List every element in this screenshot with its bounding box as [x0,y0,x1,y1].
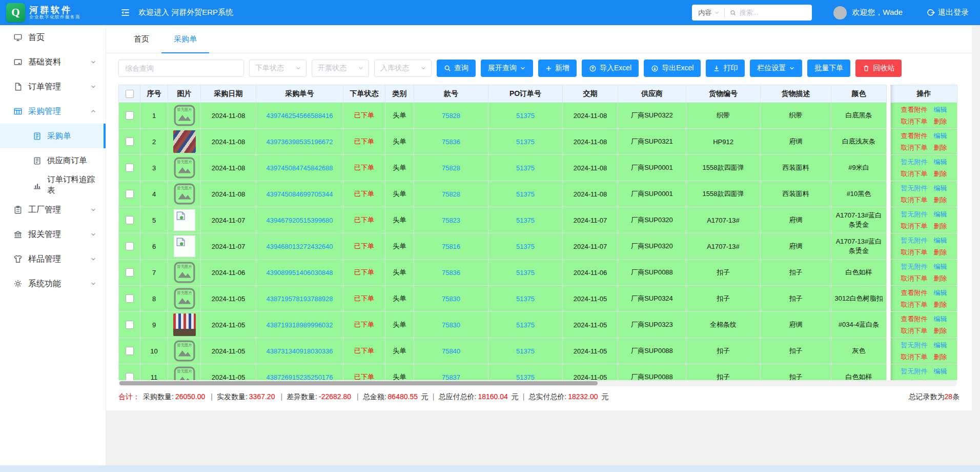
edit-link[interactable]: 编辑 [934,158,947,167]
新增-button[interactable]: 新增 [538,60,577,77]
style-no-link[interactable]: 75840 [442,347,460,355]
edit-link[interactable]: 编辑 [934,210,947,219]
order-no-link[interactable]: 439746254566588416 [266,112,333,120]
filter-select-入库状态[interactable]: 入库状态 [374,60,432,77]
order-no-link[interactable]: 438719578193788928 [266,295,333,303]
view-attachment-link[interactable]: 查看附件 [901,105,928,114]
导出Excel-button[interactable]: 导出Excel [644,60,701,77]
tab-采购单[interactable]: 采购单 [161,25,209,53]
no-attachment-link[interactable]: 暂无附件 [901,184,928,193]
no-image-placeholder-icon[interactable]: 暂无图片 [173,156,196,179]
search-input[interactable] [740,9,807,16]
row-checkbox[interactable] [126,347,134,355]
po-no-link[interactable]: 51375 [516,269,535,277]
回收站-button[interactable]: 回收站 [855,60,902,77]
filter-select-开票状态[interactable]: 开票状态 [312,60,369,77]
cancel-order-link[interactable]: 取消下单 [901,274,928,283]
product-photo[interactable] [173,130,196,153]
no-attachment-link[interactable]: 暂无附件 [901,262,928,271]
sidebar-item-首页[interactable]: 首页 [0,25,106,50]
cancel-order-link[interactable]: 取消下单 [901,326,928,336]
sidebar-item-报关管理[interactable]: 报关管理 [0,222,106,247]
no-image-placeholder-icon[interactable]: 暂无图片 [173,183,196,205]
broken-image-icon[interactable] [173,209,196,231]
avatar[interactable] [833,6,847,19]
cancel-order-link[interactable]: 取消下单 [901,169,928,179]
sidebar-subitem-订单订料追踪表[interactable]: 订单订料追踪表 [0,173,106,198]
order-no-link[interactable]: 438726915235250176 [266,373,333,381]
po-no-link[interactable]: 51375 [516,295,535,303]
cancel-order-link[interactable]: 取消下单 [901,352,928,362]
delete-link[interactable]: 删除 [934,195,947,205]
no-attachment-link[interactable]: 暂无附件 [901,210,928,219]
edit-link[interactable]: 编辑 [934,262,947,271]
delete-link[interactable]: 删除 [934,300,947,309]
row-checkbox[interactable] [126,216,134,224]
order-no-link[interactable]: 439745084699705344 [266,190,333,198]
view-attachment-link[interactable]: 查看附件 [901,314,928,324]
delete-link[interactable]: 删除 [934,326,947,336]
po-no-link[interactable]: 51375 [516,347,535,355]
edit-link[interactable]: 编辑 [934,184,947,193]
po-no-link[interactable]: 51375 [516,190,535,198]
row-checkbox[interactable] [126,190,134,198]
edit-link[interactable]: 编辑 [934,314,947,324]
sidebar-item-系统功能[interactable]: 系统功能 [0,271,106,296]
delete-link[interactable]: 删除 [934,222,947,231]
cancel-order-link[interactable]: 取消下单 [901,248,928,257]
order-no-link[interactable]: 439745084745842688 [266,164,333,172]
po-no-link[interactable]: 51375 [516,217,535,224]
order-no-link[interactable]: 438731340918030336 [266,347,333,355]
select-all-checkbox[interactable] [126,90,134,98]
no-image-placeholder-icon[interactable]: 暂无图片 [173,340,196,362]
horizontal-scrollbar[interactable] [118,380,957,386]
order-no-link[interactable]: 439736398535196672 [266,138,333,146]
no-image-placeholder-icon[interactable]: 暂无图片 [173,104,196,127]
栏位设置-button[interactable]: 栏位设置 [750,60,802,77]
展开查询-button[interactable]: 展开查询 [481,60,533,77]
style-no-link[interactable]: 75828 [442,164,460,172]
order-no-link[interactable]: 439467920515399680 [266,217,333,224]
delete-link[interactable]: 删除 [934,248,947,257]
style-no-link[interactable]: 75828 [442,190,460,198]
edit-link[interactable]: 编辑 [934,105,947,114]
page-bottom-scrollbar[interactable] [0,465,980,472]
po-no-link[interactable]: 51375 [516,243,535,250]
row-checkbox[interactable] [126,321,134,329]
po-no-link[interactable]: 51375 [516,112,535,120]
row-checkbox[interactable] [126,111,134,120]
delete-link[interactable]: 删除 [934,274,947,283]
style-no-link[interactable]: 75828 [442,112,460,120]
no-image-placeholder-icon[interactable]: 暂无图片 [173,287,196,310]
order-no-link[interactable]: 439089951406030848 [266,269,333,277]
edit-link[interactable]: 编辑 [934,288,947,298]
po-no-link[interactable]: 51375 [516,373,535,381]
row-checkbox[interactable] [126,268,134,277]
cancel-order-link[interactable]: 取消下单 [901,222,928,231]
style-no-link[interactable]: 75836 [442,269,460,277]
no-attachment-link[interactable]: 暂无附件 [901,367,928,376]
view-attachment-link[interactable]: 查看附件 [901,288,928,298]
style-no-link[interactable]: 75823 [442,217,460,224]
edit-link[interactable]: 编辑 [934,341,947,350]
view-attachment-link[interactable]: 查看附件 [901,131,928,141]
cancel-order-link[interactable]: 取消下单 [901,195,928,205]
style-no-link[interactable]: 75830 [442,295,460,303]
no-image-placeholder-icon[interactable]: 暂无图片 [173,261,196,284]
search-category-select[interactable]: 内容 [692,8,724,17]
sidebar-subitem-供应商订单[interactable]: 供应商订单 [0,148,106,173]
cancel-order-link[interactable]: 取消下单 [901,300,928,309]
sidebar-item-订单管理[interactable]: 订单管理 [0,74,106,99]
logout-button[interactable]: 退出登录 [926,8,969,17]
打印-button[interactable]: 打印 [706,60,745,77]
row-checkbox[interactable] [126,164,134,172]
po-no-link[interactable]: 51375 [516,138,535,146]
style-no-link[interactable]: 75837 [442,373,460,381]
filter-select-下单状态[interactable]: 下单状态 [249,60,307,77]
product-photo[interactable] [173,313,196,336]
delete-link[interactable]: 删除 [934,169,947,179]
no-attachment-link[interactable]: 暂无附件 [901,341,928,350]
delete-link[interactable]: 删除 [934,143,947,152]
sidebar-item-采购管理[interactable]: 采购管理 [0,99,106,124]
no-attachment-link[interactable]: 暂无附件 [901,236,928,245]
